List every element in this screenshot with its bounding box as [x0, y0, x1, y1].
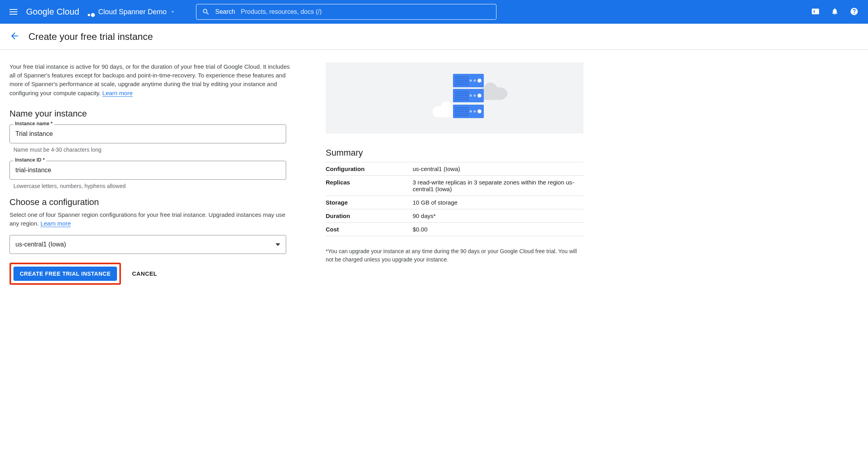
chevron-down-icon	[275, 243, 280, 246]
form-column: Your free trial instance is active for 9…	[9, 62, 290, 285]
config-learn-more-link[interactable]: Learn more	[40, 220, 71, 227]
summary-row: Duration90 days*	[326, 209, 583, 223]
instance-id-input[interactable]	[9, 161, 286, 180]
name-section-heading: Name your instance	[9, 109, 290, 119]
summary-key: Configuration	[326, 162, 413, 176]
summary-key: Replicas	[326, 176, 413, 196]
summary-key: Cost	[326, 223, 413, 236]
summary-illustration	[326, 62, 583, 133]
logo-google-text: Google	[26, 7, 54, 17]
back-arrow-icon[interactable]	[9, 31, 20, 42]
summary-key: Storage	[326, 196, 413, 209]
search-box[interactable]: Search	[196, 4, 496, 20]
summary-row: Replicas3 read-write replicas in 3 separ…	[326, 176, 583, 196]
server-icon	[453, 89, 484, 102]
notifications-icon[interactable]	[831, 7, 839, 17]
server-icon	[453, 105, 484, 118]
instance-id-hint: Lowercase letters, numbers, hyphens allo…	[13, 183, 290, 189]
summary-value: 10 GB of storage	[413, 196, 583, 209]
config-select-value: us-central1 (Iowa)	[15, 241, 66, 248]
summary-table: Configurationus-central1 (Iowa)Replicas3…	[326, 162, 583, 236]
search-label: Search	[215, 8, 236, 15]
summary-column: Summary Configurationus-central1 (Iowa)R…	[326, 62, 583, 285]
cancel-button[interactable]: CANCEL	[132, 271, 157, 277]
project-name: Cloud Spanner Demo	[98, 8, 166, 16]
instance-name-field-wrap: Instance name *	[9, 124, 290, 143]
top-header: Google Cloud Cloud Spanner Demo Search	[0, 0, 868, 24]
config-section-desc: Select one of four Spanner region config…	[9, 211, 290, 228]
instance-id-label: Instance ID *	[13, 157, 46, 163]
logo-cloud-text: Cloud	[57, 7, 79, 17]
summary-value: us-central1 (Iowa)	[413, 162, 583, 176]
page-title: Create your free trial instance	[28, 31, 153, 42]
hamburger-menu-icon[interactable]	[9, 9, 17, 15]
summary-key: Duration	[326, 209, 413, 223]
main-content: Your free trial instance is active for 9…	[0, 50, 593, 297]
server-icon	[453, 74, 484, 87]
search-input[interactable]	[241, 8, 490, 15]
config-select-wrap: us-central1 (Iowa)	[9, 235, 286, 254]
summary-row: Configurationus-central1 (Iowa)	[326, 162, 583, 176]
intro-text: Your free trial instance is active for 9…	[9, 62, 290, 98]
intro-learn-more-link[interactable]: Learn more	[102, 90, 133, 97]
config-section-heading: Choose a configuration	[9, 197, 290, 207]
project-picker[interactable]: Cloud Spanner Demo	[88, 8, 175, 16]
summary-row: Storage10 GB of storage	[326, 196, 583, 209]
instance-name-label: Instance name *	[13, 121, 54, 126]
search-icon	[202, 8, 210, 16]
summary-value: $0.00	[413, 223, 583, 236]
subheader: Create your free trial instance	[0, 24, 868, 50]
summary-row: Cost$0.00	[326, 223, 583, 236]
create-button-highlight: CREATE FREE TRIAL INSTANCE	[9, 263, 121, 285]
summary-heading: Summary	[326, 148, 583, 158]
cloud-shell-icon[interactable]	[811, 7, 820, 17]
summary-value: 3 read-write replicas in 3 separate zone…	[413, 176, 583, 196]
actions-row: CREATE FREE TRIAL INSTANCE CANCEL	[9, 263, 290, 285]
instance-name-hint: Name must be 4-30 characters long	[13, 147, 290, 153]
chevron-down-icon	[170, 9, 175, 15]
summary-footnote: *You can upgrade your instance at any ti…	[326, 247, 583, 264]
instance-name-input[interactable]	[9, 124, 286, 143]
instance-id-field-wrap: Instance ID *	[9, 161, 290, 180]
help-icon[interactable]	[850, 7, 859, 17]
google-cloud-logo[interactable]: Google Cloud	[26, 7, 79, 17]
create-free-trial-button[interactable]: CREATE FREE TRIAL INSTANCE	[13, 267, 117, 281]
summary-value: 90 days*	[413, 209, 583, 223]
intro-body: Your free trial instance is active for 9…	[9, 63, 290, 96]
config-select[interactable]: us-central1 (Iowa)	[9, 235, 286, 254]
header-icons	[811, 7, 859, 17]
